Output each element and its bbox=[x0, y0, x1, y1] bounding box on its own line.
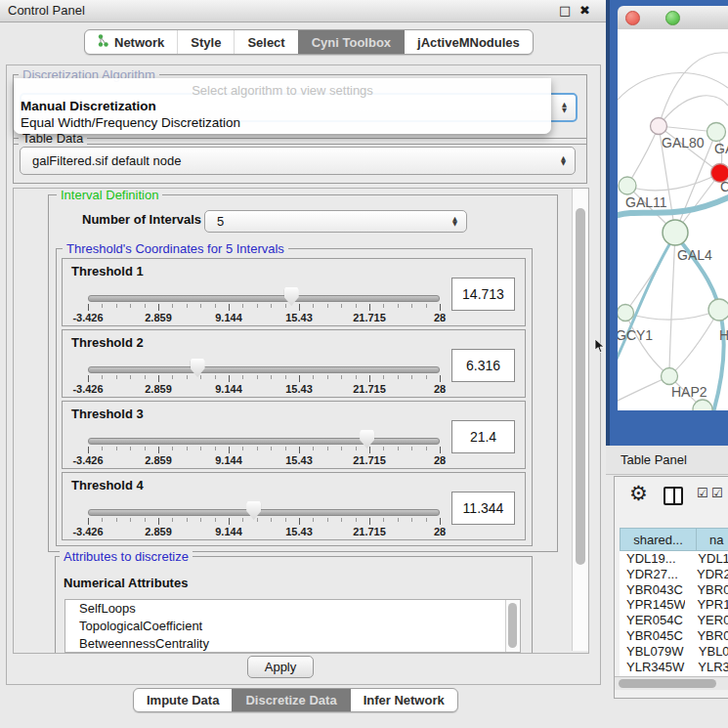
slider-ticks bbox=[88, 518, 440, 526]
node-label: GA bbox=[714, 141, 728, 156]
numerical-attributes-label: Numerical Attributes bbox=[64, 576, 188, 590]
number-of-intervals-spinner[interactable]: 5 ▲▼ bbox=[204, 210, 467, 233]
numerical-attributes-list[interactable]: SelfLoopsTopologicalCoefficientBetweenne… bbox=[64, 599, 521, 653]
node-gal11[interactable] bbox=[619, 177, 636, 194]
algorithm-hint: Select algorithm to view settings bbox=[14, 83, 551, 98]
table-row[interactable]: YDR27...YDR2 bbox=[620, 567, 728, 582]
checkbox-icon[interactable]: ☑ bbox=[697, 486, 708, 500]
list-item[interactable]: BetweennessCentrality bbox=[65, 635, 520, 653]
float-window-icon[interactable]: □ bbox=[559, 0, 571, 21]
threshold-3-box: Threshold 3 -3.4262.8599.14415.4321.7152… bbox=[62, 401, 526, 469]
threshold-3-label: Threshold 3 bbox=[71, 407, 144, 421]
table-panel-title: Table Panel bbox=[621, 446, 687, 474]
tab-jactivemnodules[interactable]: jActiveMNodules bbox=[404, 30, 533, 54]
node-hap2[interactable] bbox=[662, 368, 678, 385]
gear-icon[interactable]: ⚙ bbox=[629, 482, 648, 505]
table-panel-header: Table Panel bbox=[606, 446, 728, 475]
node-h[interactable] bbox=[708, 299, 728, 321]
screen: Control Panel □ ✖ Network Style Select C… bbox=[0, 0, 728, 728]
interval-definition-group-title: Interval Definition bbox=[57, 188, 162, 202]
node-label: C bbox=[720, 179, 728, 194]
threshold-2-value-field[interactable]: 6.316 bbox=[451, 349, 515, 382]
node-gal80[interactable] bbox=[651, 118, 667, 135]
tab-style[interactable]: Style bbox=[177, 30, 234, 54]
mouse-cursor bbox=[594, 338, 606, 354]
threshold-1-value-field[interactable]: 14.713 bbox=[451, 278, 515, 311]
algorithm-dropdown-popup: Select algorithm to view settings Manual… bbox=[14, 78, 551, 134]
thresholds-group-title: Threshold's Coordinates for 5 Intervals bbox=[63, 241, 288, 256]
table-row[interactable]: YBL079WYBL0 bbox=[620, 644, 728, 660]
checkbox-icon[interactable]: ☑ bbox=[711, 486, 723, 500]
combo-arrows-icon: ▲▼ bbox=[562, 103, 567, 113]
table-row[interactable]: YER054CYER0 bbox=[620, 613, 728, 628]
apply-button[interactable]: Apply bbox=[247, 656, 314, 678]
node-ga[interactable] bbox=[707, 123, 726, 142]
control-panel-tabbar: Network Style Select Cyni Toolbox jActiv… bbox=[84, 29, 534, 55]
threshold-4-value-field[interactable]: 11.344 bbox=[451, 492, 515, 525]
table-horizontal-scrollbar[interactable] bbox=[615, 676, 728, 690]
tab-infer-network[interactable]: Infer Network bbox=[350, 689, 457, 711]
settings-scrollpane: Interval Definition Number of Intervals … bbox=[13, 188, 589, 654]
threshold-3-slider[interactable] bbox=[88, 438, 440, 445]
slider-scale-labels: -3.4262.8599.14415.4321.71528 bbox=[88, 454, 440, 466]
threshold-1-slider[interactable] bbox=[88, 295, 440, 302]
split-columns-icon[interactable] bbox=[664, 487, 683, 505]
cyni-mode-tabbar: Impute Data Discretize Data Infer Networ… bbox=[133, 688, 458, 712]
slider-ticks bbox=[88, 375, 440, 383]
column-header-name[interactable]: na bbox=[697, 528, 728, 551]
table-row[interactable]: YPR145WYPR1 bbox=[620, 597, 728, 613]
list-item[interactable]: SelfLoops bbox=[65, 600, 520, 618]
attributes-list-scrollbar[interactable] bbox=[505, 600, 520, 652]
threshold-2-box: Threshold 2 -3.4262.8599.14415.4321.7152… bbox=[62, 329, 526, 398]
minimize-traffic-light-icon[interactable] bbox=[646, 11, 659, 23]
window-title: Control Panel bbox=[8, 0, 85, 21]
table-row[interactable]: YBR043CYBR0 bbox=[620, 582, 728, 598]
close-traffic-light-icon[interactable] bbox=[625, 11, 640, 25]
table-rows: YDL19...YDL1YDR27...YDR2YBR043CYBR0YPR14… bbox=[620, 551, 728, 676]
threshold-2-label: Threshold 2 bbox=[71, 335, 144, 350]
threshold-1-box: Threshold 1 -3.4262.8599.14415.4321.7152… bbox=[62, 258, 526, 326]
network-canvas[interactable]: GAL80 GA C GAL11 GAL4 GCY1 H HAP2 bbox=[618, 29, 728, 410]
table-panel: ⚙ ☑ ☑ shared... na YDL19...YDL1YDR27...Y… bbox=[614, 476, 728, 699]
threshold-4-slider[interactable] bbox=[88, 509, 440, 516]
node-gcy1[interactable] bbox=[618, 305, 634, 321]
threshold-1-label: Threshold 1 bbox=[71, 264, 144, 278]
node-label: GAL80 bbox=[662, 135, 705, 150]
settings-scrollbar[interactable] bbox=[572, 189, 588, 651]
tab-cyni-toolbox[interactable]: Cyni Toolbox bbox=[298, 30, 404, 54]
table-row[interactable]: YDL19...YDL1 bbox=[620, 551, 728, 567]
list-item[interactable]: TopologicalCoefficient bbox=[65, 618, 520, 635]
table-row[interactable]: YLR345WYLR3 bbox=[620, 660, 728, 675]
table-row[interactable]: YBR045CYBR0 bbox=[620, 628, 728, 644]
node-label: GCY1 bbox=[618, 327, 653, 343]
network-icon bbox=[98, 34, 108, 50]
node-label: H bbox=[719, 327, 728, 343]
table-data-combobox[interactable]: galFiltered.sif default node ▲▼ bbox=[20, 147, 576, 175]
zoom-traffic-light-icon[interactable] bbox=[665, 11, 680, 25]
tab-select[interactable]: Select bbox=[234, 30, 297, 54]
combo-arrows-icon: ▲▼ bbox=[561, 155, 566, 166]
threshold-4-label: Threshold 4 bbox=[71, 478, 144, 492]
control-panel-titlebar: Control Panel □ ✖ bbox=[0, 0, 606, 22]
network-view-window[interactable]: GAL80 GA C GAL11 GAL4 GCY1 H HAP2 bbox=[606, 0, 728, 446]
slider-scale-labels: -3.4262.8599.14415.4321.71528 bbox=[88, 312, 440, 323]
number-of-intervals-value: 5 bbox=[217, 211, 224, 232]
node-label: HAP2 bbox=[671, 384, 707, 400]
tab-discretize-data[interactable]: Discretize Data bbox=[232, 689, 349, 711]
network-window-titlebar[interactable] bbox=[618, 6, 728, 30]
tab-network[interactable]: Network bbox=[85, 30, 177, 54]
node-label: GAL11 bbox=[625, 194, 667, 210]
node-gal4[interactable] bbox=[663, 220, 688, 245]
menu-item-manual-discretization[interactable]: Manual Discretization bbox=[21, 99, 156, 113]
table-header-row: shared... na bbox=[620, 528, 728, 551]
slider-ticks bbox=[88, 304, 440, 312]
threshold-2-slider[interactable] bbox=[88, 366, 440, 373]
window-frame-edge bbox=[606, 0, 610, 446]
threshold-3-value-field[interactable]: 21.4 bbox=[451, 420, 515, 453]
close-window-icon[interactable]: ✖ bbox=[579, 0, 590, 21]
node-label: GAL4 bbox=[677, 247, 712, 263]
column-header-shared-name[interactable]: shared... bbox=[620, 528, 697, 551]
tab-impute-data[interactable]: Impute Data bbox=[134, 689, 232, 711]
slider-ticks bbox=[88, 447, 440, 454]
menu-item-equal-width-frequency[interactable]: Equal Width/Frequency Discretization bbox=[21, 115, 240, 130]
